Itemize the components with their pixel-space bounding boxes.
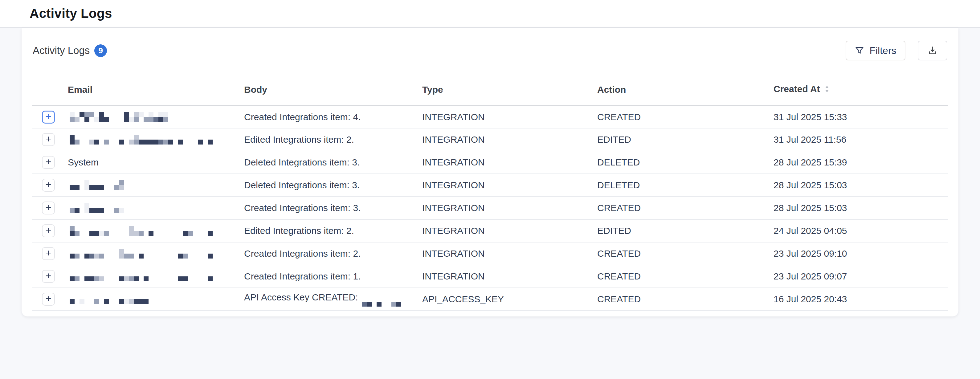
expand-row-button[interactable]: + [42, 156, 55, 169]
download-button[interactable] [918, 41, 947, 61]
expand-cell: + [32, 288, 68, 311]
body-column-header: Body [244, 77, 422, 105]
count-badge: 9 [94, 45, 107, 57]
page-header: Activity Logs [0, 0, 980, 28]
body-cell: Created Integrations item: 1. [244, 265, 422, 288]
expand-row-button[interactable]: + [42, 293, 55, 306]
activity-logs-table: Email Body Type Action Created At +Cr [32, 77, 948, 311]
expand-cell: + [32, 197, 68, 220]
action-column-header: Action [597, 77, 773, 105]
body-cell: Deleted Integrations item: 3. [244, 151, 422, 174]
type-cell: INTEGRATION [422, 105, 597, 128]
filters-button-label: Filters [869, 45, 896, 56]
created-at-cell: 24 Jul 2025 04:05 [773, 220, 948, 242]
body-text: Edited Integrations item: 2. [244, 226, 354, 236]
redacted-text [362, 297, 401, 307]
email-cell [68, 174, 244, 197]
created-at-cell: 28 Jul 2025 15:39 [773, 151, 948, 174]
expand-row-button[interactable]: + [42, 202, 55, 215]
table-row: +Created Integrations item: 1.INTEGRATIO… [32, 265, 948, 288]
expand-row-button[interactable]: + [42, 179, 55, 192]
action-cell: CREATED [597, 288, 773, 311]
action-cell: CREATED [597, 197, 773, 220]
redacted-text [70, 226, 244, 236]
created-at-cell: 23 Jul 2025 09:10 [773, 242, 948, 265]
redacted-text [70, 203, 244, 213]
type-column-header: Type [422, 77, 597, 105]
action-cell: DELETED [597, 174, 773, 197]
redacted-text [70, 180, 244, 190]
type-cell: INTEGRATION [422, 265, 597, 288]
panel-title: Activity Logs [33, 45, 90, 56]
email-cell [68, 220, 244, 242]
action-cell: CREATED [597, 242, 773, 265]
table-row: +SystemDeleted Integrations item: 3.INTE… [32, 151, 948, 174]
expand-column-header [32, 77, 68, 105]
body-text: Deleted Integrations item: 3. [244, 180, 360, 190]
panel-actions: Filters [846, 41, 947, 61]
redacted-text [70, 294, 244, 304]
expand-cell: + [32, 128, 68, 151]
activity-logs-panel: Activity Logs 9 Filters [22, 28, 958, 317]
body-cell: Created Integrations item: 2. [244, 242, 422, 265]
expand-cell: + [32, 220, 68, 242]
body-text: Created Integrations item: 1. [244, 271, 361, 281]
created-at-header-label: Created At [773, 84, 820, 94]
email-cell [68, 288, 244, 311]
body-cell: Created Integrations item: 4. [244, 105, 422, 128]
filter-funnel-icon [854, 46, 864, 56]
expand-row-button[interactable]: + [42, 225, 55, 237]
expand-row-button[interactable]: + [42, 247, 55, 260]
redacted-text [70, 271, 244, 281]
content-area: Activity Logs 9 Filters [0, 28, 980, 317]
email-cell [68, 265, 244, 288]
download-icon [927, 45, 938, 56]
body-cell: API Access Key CREATED: [244, 288, 422, 311]
expand-row-button[interactable]: + [42, 111, 55, 124]
created-at-column-header[interactable]: Created At [773, 77, 948, 105]
panel-title-group: Activity Logs 9 [33, 45, 107, 57]
type-cell: INTEGRATION [422, 151, 597, 174]
email-cell [68, 197, 244, 220]
action-cell: EDITED [597, 220, 773, 242]
body-text: Created Integrations item: 4. [244, 112, 361, 122]
body-cell: Edited Integrations item: 2. [244, 128, 422, 151]
panel-header: Activity Logs 9 Filters [32, 38, 948, 61]
action-cell: CREATED [597, 265, 773, 288]
table-row: +Created Integrations item: 2.INTEGRATIO… [32, 242, 948, 265]
created-at-cell: 28 Jul 2025 15:03 [773, 197, 948, 220]
redacted-text [70, 248, 244, 258]
email-cell [68, 128, 244, 151]
action-cell: CREATED [597, 105, 773, 128]
table-row: +Edited Integrations item: 2.INTEGRATION… [32, 220, 948, 242]
body-text: Created Integrations item: 2. [244, 248, 361, 258]
body-text: API Access Key CREATED: [244, 292, 358, 302]
table-row: +API Access Key CREATED:API_ACCESS_KEYCR… [32, 288, 948, 311]
expand-row-button[interactable]: + [42, 270, 55, 283]
expand-cell: + [32, 174, 68, 197]
type-cell: INTEGRATION [422, 242, 597, 265]
body-text: Deleted Integrations item: 3. [244, 157, 360, 167]
body-cell: Deleted Integrations item: 3. [244, 174, 422, 197]
action-cell: DELETED [597, 151, 773, 174]
table-row: +Created Integrations item: 4.INTEGRATIO… [32, 105, 948, 128]
type-cell: API_ACCESS_KEY [422, 288, 597, 311]
email-text: System [68, 157, 99, 167]
email-cell: System [68, 151, 244, 174]
sort-arrows-icon [824, 85, 830, 96]
table-row: +Edited Integrations item: 2.INTEGRATION… [32, 128, 948, 151]
type-cell: INTEGRATION [422, 197, 597, 220]
body-text: Created Integrations item: 3. [244, 203, 361, 213]
expand-cell: + [32, 151, 68, 174]
expand-cell: + [32, 242, 68, 265]
expand-row-button[interactable]: + [42, 133, 55, 146]
type-cell: INTEGRATION [422, 174, 597, 197]
redacted-text [70, 112, 244, 122]
filters-button[interactable]: Filters [846, 41, 905, 61]
table-row: +Created Integrations item: 3.INTEGRATIO… [32, 197, 948, 220]
body-cell: Created Integrations item: 3. [244, 197, 422, 220]
email-cell [68, 105, 244, 128]
type-cell: INTEGRATION [422, 128, 597, 151]
type-cell: INTEGRATION [422, 220, 597, 242]
created-at-cell: 23 Jul 2025 09:07 [773, 265, 948, 288]
